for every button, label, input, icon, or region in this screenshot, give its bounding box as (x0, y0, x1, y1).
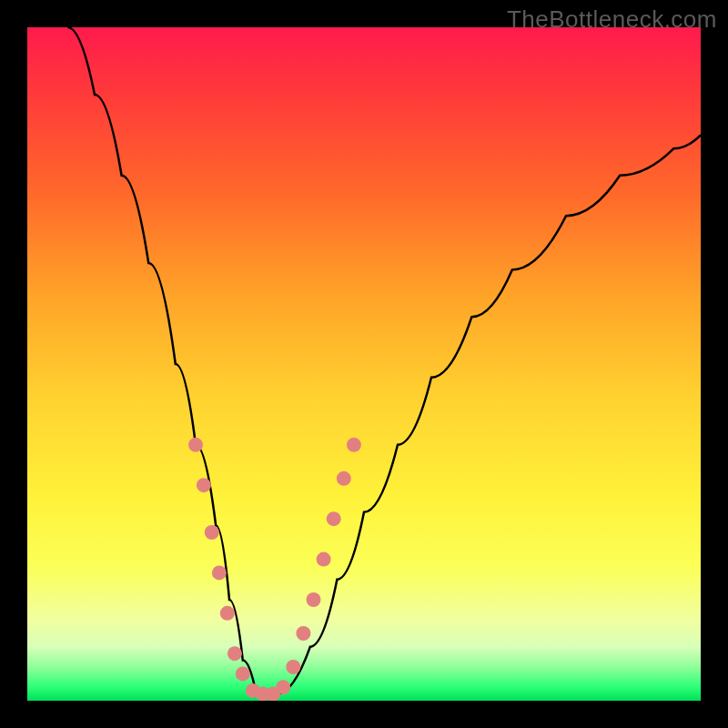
marker-dot (307, 592, 321, 607)
marker-dot (220, 606, 235, 621)
marker-dots (188, 438, 361, 701)
marker-dot (347, 438, 361, 452)
marker-dot (327, 511, 341, 526)
marker-dot (286, 660, 300, 674)
marker-dot (205, 525, 219, 540)
marker-dot (337, 471, 351, 486)
marker-dot (236, 666, 250, 681)
marker-dot (317, 552, 331, 567)
chart-svg (27, 27, 701, 701)
bottleneck-curve (67, 27, 701, 694)
marker-dot (296, 626, 310, 641)
watermark-text: TheBottleneck.com (507, 5, 717, 34)
marker-dot (212, 565, 227, 580)
marker-dot (197, 478, 211, 492)
marker-dot (276, 680, 290, 694)
marker-dot (228, 646, 242, 661)
marker-dot (188, 438, 203, 452)
